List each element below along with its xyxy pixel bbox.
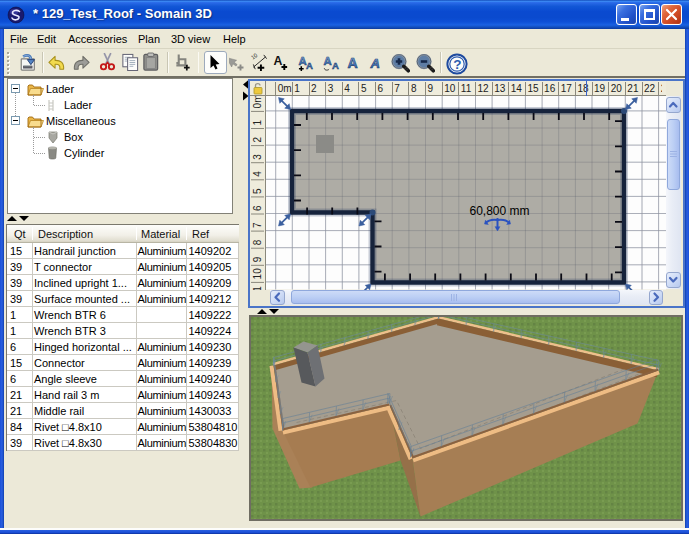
svg-text:A: A bbox=[332, 60, 339, 71]
svg-text:A: A bbox=[347, 55, 357, 71]
svg-text:9: 9 bbox=[252, 256, 263, 262]
svg-text:4: 4 bbox=[252, 171, 263, 177]
svg-text:A: A bbox=[306, 60, 313, 71]
svg-text:1: 1 bbox=[252, 120, 263, 126]
svg-text:A: A bbox=[273, 54, 282, 68]
svg-text:A: A bbox=[369, 56, 380, 71]
svg-text:10: 10 bbox=[252, 268, 263, 280]
svg-text:2: 2 bbox=[252, 137, 263, 143]
svg-text:3: 3 bbox=[252, 154, 263, 160]
svg-text:6: 6 bbox=[252, 205, 263, 211]
svg-text:10: 10 bbox=[251, 53, 258, 61]
svg-text:60,800 mm: 60,800 mm bbox=[469, 204, 529, 218]
svg-text:?: ? bbox=[453, 57, 461, 72]
svg-text:7: 7 bbox=[252, 222, 263, 228]
svg-text:11: 11 bbox=[252, 286, 263, 290]
svg-text:5: 5 bbox=[252, 188, 263, 194]
svg-text:A: A bbox=[323, 55, 331, 67]
svg-text:8: 8 bbox=[252, 239, 263, 245]
svg-text:0m: 0m bbox=[252, 96, 263, 108]
